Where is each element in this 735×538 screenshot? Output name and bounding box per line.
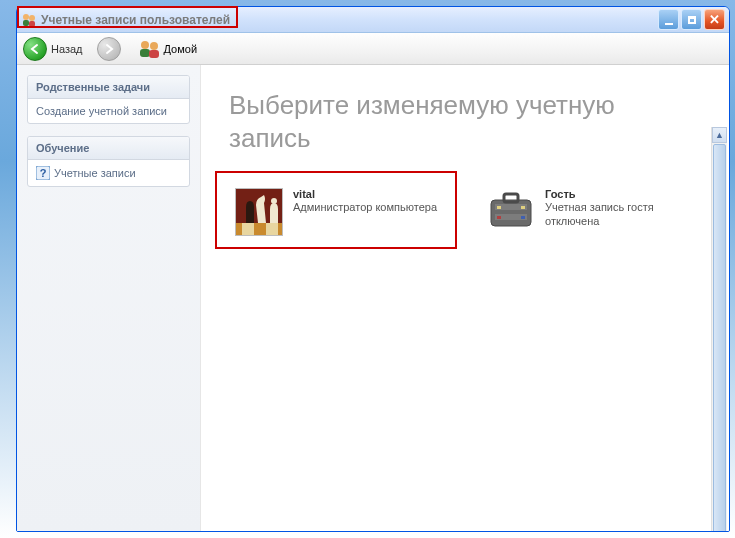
- accounts-row: vital Администратор компьютера: [229, 182, 701, 242]
- svg-point-0: [23, 14, 29, 20]
- users-icon: [139, 40, 161, 58]
- svg-rect-3: [29, 21, 35, 27]
- svg-point-2: [29, 15, 35, 21]
- account-name: vital: [293, 188, 437, 200]
- titlebar[interactable]: Учетные записи пользователей ✕: [17, 7, 729, 33]
- page-title: Выберите изменяемую учетную запись: [229, 89, 701, 154]
- account-vital[interactable]: vital Администратор компьютера: [229, 182, 449, 242]
- svg-rect-5: [140, 49, 150, 57]
- avatar-chess-icon: [235, 188, 283, 236]
- account-text: Гость Учетная запись гостя отключена: [545, 188, 695, 236]
- account-desc: Администратор компьютера: [293, 200, 437, 214]
- svg-rect-21: [497, 216, 501, 219]
- svg-rect-20: [521, 206, 525, 209]
- svg-point-6: [150, 42, 158, 50]
- body-area: Родственные задачи Создание учетной запи…: [17, 65, 729, 531]
- related-tasks-header: Родственные задачи: [28, 76, 189, 99]
- svg-rect-15: [491, 200, 531, 226]
- help-icon: ?: [36, 166, 50, 180]
- svg-text:?: ?: [40, 167, 47, 179]
- maximize-button[interactable]: [681, 9, 702, 30]
- learn-accounts-link[interactable]: ? Учетные записи: [36, 166, 181, 180]
- svg-rect-16: [504, 194, 518, 202]
- svg-rect-7: [149, 50, 159, 58]
- users-app-icon: [21, 12, 37, 28]
- content-area: Выберите изменяемую учетную запись: [201, 65, 729, 531]
- close-button[interactable]: ✕: [704, 9, 725, 30]
- minimize-button[interactable]: [658, 9, 679, 30]
- toolbar: Назад Домой: [17, 33, 729, 65]
- svg-point-4: [141, 41, 149, 49]
- back-label[interactable]: Назад: [51, 43, 83, 55]
- create-account-link[interactable]: Создание учетной записи: [36, 105, 181, 117]
- user-accounts-window: Учетные записи пользователей ✕ Назад Дом…: [16, 6, 730, 532]
- account-text: vital Администратор компьютера: [293, 188, 437, 236]
- vertical-scrollbar[interactable]: ▲ ▼: [711, 127, 727, 531]
- home-button[interactable]: Домой: [139, 40, 198, 58]
- account-desc: Учетная запись гостя отключена: [545, 200, 695, 229]
- home-label: Домой: [164, 43, 198, 55]
- avatar-suitcase-icon: [487, 192, 535, 230]
- svg-point-14: [271, 198, 277, 204]
- svg-rect-12: [242, 223, 254, 236]
- scroll-up-arrow[interactable]: ▲: [712, 127, 727, 143]
- svg-rect-1: [23, 20, 29, 26]
- account-guest[interactable]: Гость Учетная запись гостя отключена: [481, 182, 701, 242]
- scroll-thumb[interactable]: [713, 144, 726, 531]
- window-title: Учетные записи пользователей: [41, 13, 656, 27]
- forward-button[interactable]: [97, 37, 121, 61]
- svg-rect-22: [521, 216, 525, 219]
- learn-accounts-label: Учетные записи: [54, 167, 136, 179]
- account-name: Гость: [545, 188, 695, 200]
- learn-panel: Обучение ? Учетные записи: [27, 136, 190, 187]
- sidebar: Родственные задачи Создание учетной запи…: [17, 65, 201, 531]
- svg-rect-19: [497, 206, 501, 209]
- learn-header: Обучение: [28, 137, 189, 160]
- svg-rect-13: [266, 223, 278, 236]
- back-button[interactable]: [23, 37, 47, 61]
- related-tasks-panel: Родственные задачи Создание учетной запи…: [27, 75, 190, 124]
